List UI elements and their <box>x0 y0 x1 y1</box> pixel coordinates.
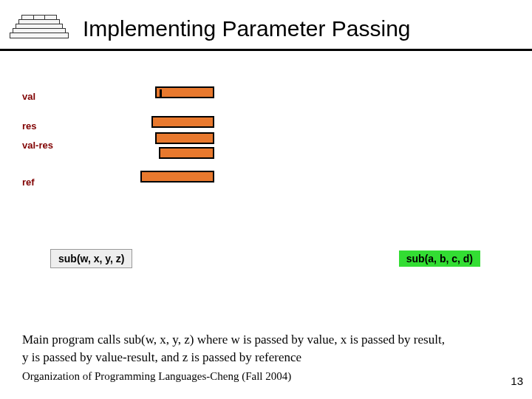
caller-box: sub(w, x, y, z) <box>50 249 132 268</box>
bar-valres-2 <box>159 147 214 159</box>
explanation-line-1: Main program calls sub(w, x, y, z) where… <box>22 332 445 347</box>
callee-box: sub(a, b, c, d) <box>399 250 480 267</box>
label-valres: val-res <box>22 140 53 151</box>
stack-logo <box>6 6 72 47</box>
bar-ref <box>140 171 214 183</box>
footer-text: Organization of Programming Languages-Ch… <box>22 370 291 383</box>
slide-title: Implementing Parameter Passing <box>83 16 411 41</box>
label-val: val <box>22 91 35 102</box>
explanation-line-2: y is passed by value-result, and z is pa… <box>22 350 301 364</box>
diagram-area: val res val-res ref sub(w, x, y, z) sub(… <box>0 70 532 277</box>
bar-val <box>155 86 214 98</box>
label-res: res <box>22 120 37 132</box>
bar-res <box>151 116 214 128</box>
page-number: 13 <box>511 375 523 387</box>
slide-header: Implementing Parameter Passing <box>0 0 532 47</box>
label-ref: ref <box>22 177 35 188</box>
explanation-text: Main program calls sub(w, x, y, z) where… <box>22 331 517 366</box>
bar-valres-1 <box>155 132 214 144</box>
title-rule <box>0 49 532 51</box>
